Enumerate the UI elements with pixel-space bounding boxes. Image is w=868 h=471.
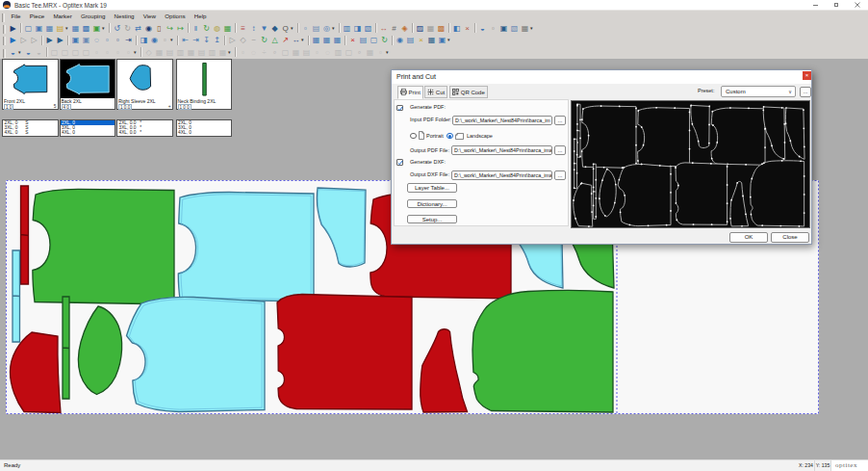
piece-count[interactable]: 1 0.0: [118, 104, 132, 110]
tab-qr-code[interactable]: QR Code: [449, 86, 488, 98]
toolbar-button-icon[interactable]: ◧: [451, 23, 462, 34]
toolbar-button-icon[interactable]: ▫: [102, 47, 113, 58]
toolbar-button-icon[interactable]: ▫: [113, 47, 123, 58]
toolbar-grip-handle[interactable]: [3, 37, 6, 45]
portrait-radio[interactable]: [410, 133, 417, 140]
toolbar-button-icon[interactable]: ‖: [191, 23, 201, 34]
marker-piece-body-green-top-left[interactable]: [33, 189, 174, 304]
toolbar-button-icon[interactable]: ▶: [55, 35, 65, 45]
toolbar-button-icon[interactable]: ▦: [425, 23, 436, 34]
toolbar-button-icon[interactable]: ▢: [49, 47, 60, 58]
toolbar-button-icon[interactable]: ↻: [201, 23, 212, 34]
toolbar-button-icon[interactable]: ▦: [222, 23, 233, 34]
toolbar-button-icon[interactable]: ⇄: [133, 23, 143, 34]
size-row[interactable]: 4XL, 0: [177, 130, 232, 135]
toolbar-button-icon[interactable]: ▦: [291, 47, 301, 58]
menu-options[interactable]: Options: [161, 11, 191, 22]
toolbar-button-icon[interactable]: ◨: [352, 23, 363, 34]
toolbar-button-icon[interactable]: ▫: [488, 23, 498, 34]
maximize-button[interactable]: [826, 0, 847, 10]
menu-help[interactable]: Help: [190, 11, 211, 22]
toolbar-button-icon[interactable]: ↺: [112, 23, 122, 34]
toolbar-button-icon[interactable]: ▫: [312, 47, 322, 58]
input-pdf-folder-field[interactable]: D:\_work\_Marker\_Nest84Print\barca_im: [452, 116, 552, 125]
toolbar-grip-handle[interactable]: [3, 25, 6, 34]
toolbar-button-icon[interactable]: #: [389, 23, 399, 34]
toolbar-button-icon[interactable]: ▦: [365, 47, 375, 58]
toolbar-button-icon[interactable]: ◒: [34, 47, 44, 58]
toolbar-button-icon[interactable]: ▤: [301, 47, 312, 58]
toolbar-button-icon[interactable]: ▦: [186, 47, 196, 58]
toolbar-button-icon[interactable]: ◍: [212, 23, 222, 34]
menu-view[interactable]: View: [139, 11, 161, 22]
toolbar-button-icon[interactable]: ▫: [160, 35, 170, 45]
toolbar-button-icon[interactable]: ↦: [175, 23, 186, 34]
marker-piece-sleeve-red-bottom[interactable]: [421, 329, 468, 412]
toolbar-button-icon[interactable]: ▤: [165, 47, 175, 58]
piece-thumbnail-right-sleeve-2xl[interactable]: Right Sleeve 2XL1 0.0+: [116, 59, 173, 110]
menu-file[interactable]: File: [7, 11, 25, 22]
toolbar-button-icon[interactable]: ▫: [91, 47, 102, 58]
output-pdf-browse-button[interactable]: ...: [554, 145, 566, 155]
tab-cut[interactable]: Cut: [424, 86, 447, 98]
toolbar-button-icon[interactable]: ~: [248, 35, 259, 45]
toolbar-button-icon[interactable]: ↔: [291, 35, 301, 45]
toolbar-button-icon[interactable]: ↕: [248, 23, 259, 34]
toolbar-button-icon[interactable]: ↥: [212, 35, 222, 45]
toolbar-button-icon[interactable]: ▢: [60, 47, 70, 58]
toolbar-button-icon[interactable]: ▶: [8, 23, 18, 34]
toolbar-button-icon[interactable]: ▫: [238, 47, 248, 58]
piece-count[interactable]: 1 0: [4, 104, 13, 110]
toolbar-button-icon[interactable]: Q: [280, 23, 291, 34]
toolbar-button-icon[interactable]: ▦: [70, 23, 81, 34]
toolbar-button-icon[interactable]: ▤: [311, 23, 321, 34]
layer-table-button[interactable]: Layer Table...: [407, 183, 457, 193]
output-dxf-file-field[interactable]: D:\_work\_Marker\_Nest84Print\barca_ima: [451, 170, 552, 180]
dictionary-button[interactable]: Dictionary...: [407, 199, 457, 209]
toolbar-button-icon[interactable]: ◉: [143, 23, 154, 34]
piece-thumbnail-back-2xl[interactable]: Back 2XL4 0: [60, 59, 116, 110]
marker-piece-body-red-bottom[interactable]: [277, 295, 412, 410]
toolbar-button-icon[interactable]: ▷: [227, 35, 238, 45]
toolbar-button-icon[interactable]: ▢: [369, 35, 379, 45]
toolbar-button-icon[interactable]: ▩: [436, 23, 447, 34]
toolbar-button-icon[interactable]: ▫: [102, 35, 113, 45]
landscape-radio[interactable]: [447, 133, 453, 140]
toolbar-button-icon[interactable]: ◒: [477, 23, 488, 34]
menu-piece[interactable]: Piece: [25, 11, 49, 22]
dropdown-caret-icon[interactable]: ▾: [386, 47, 391, 58]
preset-dropdown[interactable]: Custom ∨: [721, 86, 796, 97]
marker-piece-body-green-bottom-right[interactable]: [472, 291, 613, 412]
toolbar-button-icon[interactable]: ↗: [280, 35, 291, 45]
toolbar-button-icon[interactable]: ◨: [139, 35, 149, 45]
toolbar-button-icon[interactable]: ▦: [44, 23, 55, 34]
dropdown-caret-icon[interactable]: ▾: [447, 35, 452, 45]
dropdown-caret-icon[interactable]: ▾: [530, 23, 535, 34]
toolbar-button-icon[interactable]: ▥: [333, 47, 344, 58]
piece-count[interactable]: 4 0: [62, 104, 71, 110]
toolbar-button-icon[interactable]: ▥: [342, 23, 352, 34]
toolbar-button-icon[interactable]: ▼: [259, 23, 269, 34]
toolbar-button-icon[interactable]: ▦: [217, 47, 228, 58]
toolbar-button-icon[interactable]: ▫: [113, 35, 123, 45]
menu-grouping[interactable]: Grouping: [76, 11, 110, 22]
output-pdf-file-field[interactable]: D:\_work\_Marker\_Nest84Print\barca_ima: [451, 145, 552, 155]
toolbar-button-icon[interactable]: ∘: [354, 47, 365, 58]
dialog-close-button[interactable]: ×: [803, 71, 811, 80]
generate-pdf-checkbox[interactable]: [396, 105, 403, 112]
toolbar-button-icon[interactable]: △: [269, 35, 280, 45]
toolbar-button-icon[interactable]: ▯: [154, 23, 165, 34]
toolbar-button-icon[interactable]: ▨: [415, 23, 425, 34]
input-pdf-browse-button[interactable]: ...: [554, 116, 566, 125]
toolbar-button-icon[interactable]: ▤: [358, 35, 369, 45]
toolbar-button-icon[interactable]: ▫: [375, 47, 386, 58]
toolbar-button-icon[interactable]: ≡: [238, 23, 248, 34]
generate-dxf-checkbox[interactable]: [396, 159, 403, 166]
size-row[interactable]: 4XL, 0 S: [3, 130, 58, 135]
toolbar-button-icon[interactable]: ▢: [23, 23, 34, 34]
toolbar-button-icon[interactable]: ▦: [520, 23, 530, 34]
toolbar-button-icon[interactable]: ◉: [149, 35, 160, 45]
toolbar-button-icon[interactable]: ↪: [165, 23, 175, 34]
toolbar-button-icon[interactable]: ◈: [399, 23, 410, 34]
toolbar-button-icon[interactable]: ◌: [91, 35, 102, 45]
